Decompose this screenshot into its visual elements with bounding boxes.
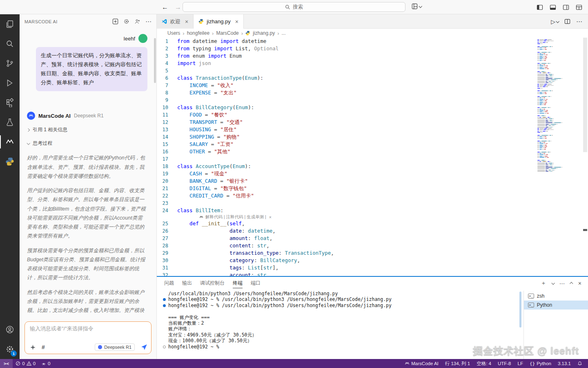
language-mode[interactable]: {}Python [526, 359, 555, 368]
code-line: 16 OTHER = "其他" [157, 148, 531, 155]
customize-layout-icon[interactable] [576, 4, 582, 11]
code-line: 13 HOUSING = "居住" [157, 126, 531, 133]
python-version[interactable]: 3.13.1 [555, 359, 574, 368]
breadcrumb-item[interactable]: hongfeilee [187, 30, 209, 36]
breadcrumb: Users› hongfeilee› MarsCode› jizhang.py›… [157, 29, 588, 38]
split-editor-icon[interactable] [564, 18, 570, 25]
terminal-line: hongfeilee@192 ~ % /usr/local/bin/python… [163, 296, 519, 302]
terminal-output[interactable]: /usr/local/bin/python3 /Users/hongfeilee… [157, 291, 519, 359]
profile-icon[interactable] [134, 18, 140, 25]
explorer-icon[interactable] [0, 14, 20, 34]
panel-tab-problems[interactable]: 问题 [164, 277, 174, 289]
marscode-logo-icon [199, 215, 203, 219]
terminal-list-item-python[interactable]: >_Python [524, 301, 588, 310]
minimap[interactable] [535, 38, 581, 276]
code-line: 24class BillItem: [157, 207, 531, 214]
indentation[interactable]: 空格: 4 [473, 359, 494, 368]
watermark: 掘金技术社区 @ leehft [473, 344, 579, 357]
close-tab-icon[interactable]: × [235, 18, 238, 25]
code-line: 22 CREDIT_CARD = "信用卡" [157, 192, 531, 200]
code-editor[interactable]: 1from datetime import datetime2from typi… [157, 38, 588, 276]
search-activity-icon[interactable] [0, 34, 20, 54]
reference-toggle[interactable]: 引用 1 相关信息 [27, 126, 147, 133]
code-line: 30 category: BillCategory, [157, 257, 531, 264]
breadcrumb-item[interactable]: MarsCode [216, 30, 238, 36]
chat-input[interactable] [30, 325, 146, 332]
extensions-icon[interactable] [0, 93, 20, 112]
panel-tab-terminal[interactable]: 终端 [233, 277, 243, 289]
code-line: 20 BANK_CARD = "银行卡" [157, 177, 531, 185]
ports-status[interactable]: 0 [38, 359, 53, 368]
code-line: 6class TransactionType(Enum): [157, 74, 531, 82]
chat-settings-icon[interactable] [123, 18, 129, 25]
vscode-icon [162, 19, 167, 24]
encoding[interactable]: UTF-8 [494, 359, 514, 368]
terminal-line [163, 308, 519, 314]
layout-control-dropdown[interactable] [412, 3, 421, 9]
thinking-paragraph: 预算模块需要每个分类的预算金额和已用金额，所以Budget类应该有分类、预算金额… [27, 246, 147, 283]
marscode-logo-icon [405, 361, 410, 366]
thinking-toggle[interactable]: 思考过程 [27, 140, 147, 147]
account-icon[interactable] [0, 320, 20, 339]
terminal-line: 账户详情： [163, 326, 519, 332]
inline-ai-actions[interactable]: 解释代码 | 注释代码 | 生成单测 | × [157, 214, 531, 220]
problems-status[interactable]: 0 0 [13, 359, 38, 368]
panel-tab-output[interactable]: 输出 [182, 277, 192, 289]
close-panel-icon[interactable]: × [578, 280, 581, 287]
panel-tab-debug-console[interactable]: 调试控制台 [200, 277, 225, 289]
toggle-sidebar-right-icon[interactable] [563, 4, 569, 11]
sidebar-scrollbar[interactable] [154, 38, 156, 83]
editor-scrollbar[interactable] [582, 38, 588, 276]
chat-input-box[interactable]: # Deepseek R1 [24, 321, 151, 354]
terminal-list-item-zsh[interactable]: >_zsh [524, 292, 588, 301]
nav-forward-icon[interactable]: → [175, 4, 181, 11]
commands-icon[interactable] [30, 344, 36, 350]
nav-back-icon[interactable]: ← [162, 4, 168, 11]
new-terminal-icon[interactable]: ＋ [541, 280, 546, 287]
maximize-panel-icon[interactable] [570, 282, 573, 285]
code-line: 19 CASH = "现金" [157, 170, 531, 177]
settings-gear-icon[interactable]: 1 [0, 339, 20, 359]
model-selector[interactable]: Deepseek R1 [95, 343, 135, 351]
breadcrumb-item[interactable]: ... [282, 30, 286, 36]
notifications-bell[interactable] [574, 359, 586, 368]
editor-tab-bar: 欢迎 × jizhang.py × ▷ ⋯ [157, 14, 588, 29]
more-icon[interactable]: ⋯ [145, 18, 151, 25]
title-bar: ← → 搜索 [0, 0, 588, 14]
toggle-panel-icon[interactable] [550, 4, 556, 11]
marscode-sidebar: MARSCODE AI ⋯ leehf 生成一个日常记账代码，分为账单流水、资产… [20, 14, 157, 359]
inline-hint-close-icon[interactable]: × [269, 215, 272, 220]
breadcrumb-item[interactable]: Users [167, 30, 180, 36]
run-debug-icon[interactable] [0, 73, 20, 93]
toggle-sidebar-left-icon[interactable] [537, 4, 543, 11]
chevron-right-icon [27, 128, 30, 132]
tab-jizhang-py[interactable]: jizhang.py × [194, 14, 244, 29]
breadcrumb-item[interactable]: jizhang.py [253, 30, 275, 36]
terminal-profile-dropdown-icon[interactable] [551, 281, 555, 285]
cursor-position[interactable]: 行 134, 列 1 [442, 359, 473, 368]
context-hash-icon[interactable]: # [42, 344, 45, 350]
testing-icon[interactable] [0, 112, 20, 132]
python-activity-icon[interactable] [0, 152, 20, 171]
command-center-search[interactable]: 搜索 [183, 2, 405, 12]
terminal-scrollbar[interactable] [519, 292, 521, 328]
tab-welcome[interactable]: 欢迎 × [157, 14, 194, 29]
marscode-status[interactable]: MarsCode AI [401, 359, 441, 368]
panel-more-icon[interactable]: ⋯ [559, 280, 565, 287]
remote-indicator[interactable]: >< [0, 359, 13, 368]
terminal-line: 现金：1000.00元（减少了 30.50元） [163, 338, 519, 343]
thinking-content: 好的，用户需要生成一个日常记账的Python代码，包含账单流水、资产、预算、统计… [27, 153, 147, 316]
terminal-line: === 账户变化 === [163, 314, 519, 320]
status-bar: >< 0 0 0 MarsCode AI 行 134, 列 1 空格: 4 UT… [0, 359, 588, 368]
run-python-file-button[interactable]: ▷ [551, 18, 559, 25]
editor-more-icon[interactable]: ⋯ [576, 18, 582, 25]
marscode-activity-icon[interactable] [0, 132, 20, 152]
close-tab-icon[interactable]: × [185, 18, 188, 25]
new-chat-icon[interactable] [112, 18, 118, 25]
eol[interactable]: LF [514, 359, 526, 368]
send-icon[interactable] [140, 343, 148, 351]
source-control-icon[interactable] [0, 54, 20, 73]
chevron-down-icon [419, 4, 422, 8]
thinking-paragraph: 用户提到的记账内容包括日期、金额、内容、收支类型、分类、标签和账户。所以每个账单… [27, 186, 147, 241]
panel-tab-ports[interactable]: 端口 [251, 277, 261, 289]
